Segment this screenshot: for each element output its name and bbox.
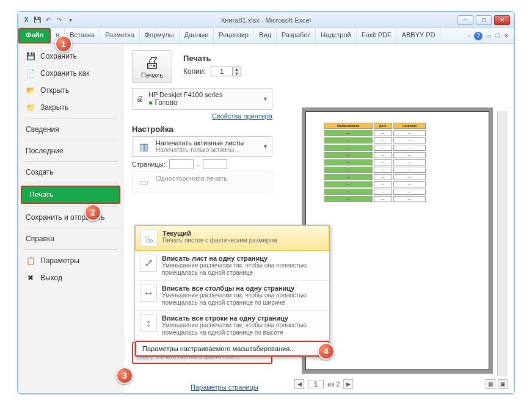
page-of-label: из 2: [327, 380, 340, 388]
nav-open[interactable]: 📂Открыть: [18, 82, 123, 99]
callout-badge-1: 1: [55, 35, 72, 53]
print-button[interactable]: 🖨 Печать: [132, 50, 172, 83]
tab-file[interactable]: Файл: [18, 28, 51, 43]
tab-formulas[interactable]: Формулы: [140, 28, 180, 43]
next-page-button[interactable]: ▶: [343, 379, 353, 389]
spin-down-icon[interactable]: ▼: [233, 71, 241, 76]
tab-abbyy[interactable]: ABBYY PD: [397, 28, 441, 43]
qat-more-icon[interactable]: ▾: [66, 16, 75, 24]
undo-icon[interactable]: ↶: [44, 16, 53, 24]
printer-name: HP Deskjet F4100 series: [148, 91, 222, 98]
doc-close-icon[interactable]: ✕: [504, 32, 509, 39]
nav-exit[interactable]: ✖Выход: [18, 269, 123, 286]
preview-page: НаименованиеДатаНазвание ——— ——— ——— ———…: [305, 111, 489, 370]
sides-selector[interactable]: ▭ Односторонняя печать: [132, 172, 272, 192]
fit-cols-icon: ↔: [140, 285, 157, 302]
printer-icon: 🖨: [141, 54, 163, 70]
margins-toggle-button[interactable]: ▦: [486, 379, 495, 389]
copies-spinner[interactable]: ▲▼: [211, 67, 241, 76]
sheets-icon: ▥: [136, 139, 151, 154]
printer-selector[interactable]: 🖨 HP Deskjet F4100 series ● Готово ▼: [132, 88, 272, 110]
nav-options[interactable]: 📋Параметры: [18, 252, 123, 269]
redo-icon[interactable]: ↷: [55, 16, 64, 24]
doc-restore-icon[interactable]: ❐: [495, 33, 500, 39]
scale-option-fit-sheet[interactable]: ⤢ Вписать лист на одну страницуУменьшени…: [135, 251, 329, 281]
ribbon-minimize-icon[interactable]: ◦: [468, 32, 470, 40]
printer-status: ● Готово: [148, 98, 222, 107]
tab-addins[interactable]: Надстрой: [316, 28, 356, 43]
prev-page-button[interactable]: ◀: [294, 379, 304, 389]
backstage-nav: 💾Сохранить 📄Сохранить как 📂Открыть 📁Закр…: [18, 44, 123, 393]
close-button[interactable]: ✕: [494, 15, 510, 25]
app-window: X 💾 ↶ ↷ ▾ Книга81.xlsx - Microsoft Excel…: [17, 11, 515, 394]
options-icon: 📋: [26, 256, 35, 266]
scale-option-actual[interactable]: ▭100 ТекущийПечать листов с фактическим …: [135, 225, 329, 251]
nav-save[interactable]: 💾Сохранить: [18, 48, 123, 65]
copies-input[interactable]: [211, 67, 232, 76]
preview-table: НаименованиеДатаНазвание ——— ——— ——— ———…: [323, 122, 427, 203]
print-panel: 🖨 Печать Печать Копии: ▲▼ 🖨: [123, 44, 514, 393]
zoom-toggle-button[interactable]: ▣: [498, 379, 508, 389]
custom-scaling-link[interactable]: Параметры настраиваемого масштабирования…: [135, 341, 329, 357]
window-title: Книга81.xlsx - Microsoft Excel: [75, 16, 457, 24]
scale-actual-icon: ▭100: [140, 230, 158, 247]
open-icon: 📂: [26, 85, 35, 95]
callout-badge-3: 3: [116, 367, 133, 384]
excel-icon: X: [22, 16, 31, 24]
save-icon[interactable]: 💾: [33, 16, 42, 24]
page-setup-link[interactable]: Параметры страницы: [191, 383, 258, 391]
ribbon-tabs: Файл я Вставка Разметка Формулы Данные Р…: [18, 28, 514, 44]
copies-label: Копии:: [183, 67, 206, 76]
saveas-icon: 📄: [26, 68, 35, 78]
print-what-selector[interactable]: ▥ Напечатать активные листыНапечатать то…: [132, 136, 272, 157]
scale-option-fit-rows[interactable]: ↕ Вписать все строки на одну страницуУме…: [135, 311, 329, 341]
page-to-input[interactable]: [203, 159, 227, 169]
chevron-down-icon: ▼: [263, 143, 268, 150]
spin-up-icon[interactable]: ▲: [233, 67, 241, 71]
nav-print[interactable]: Печать: [21, 186, 120, 204]
chevron-down-icon: ▼: [263, 96, 268, 102]
exit-icon: ✖: [26, 273, 35, 283]
close-file-icon: 📁: [26, 103, 35, 112]
tab-review[interactable]: Рецензир: [214, 28, 254, 43]
quick-access-toolbar: X 💾 ↶ ↷ ▾: [22, 16, 75, 24]
page-number-input[interactable]: [308, 380, 324, 388]
minimize-button[interactable]: ─: [457, 15, 473, 25]
preview-footer: ◀ из 2 ▶ ▦ ▣: [294, 377, 508, 391]
save-icon: 💾: [26, 51, 35, 61]
fit-sheet-icon: ⤢: [140, 255, 157, 272]
page-icon: ▭: [136, 175, 151, 189]
scaling-dropdown: ▭100 ТекущийПечать листов с фактическим …: [134, 225, 330, 357]
preview-scrollbar[interactable]: [497, 111, 508, 376]
help-icon[interactable]: ?: [474, 32, 483, 40]
callout-badge-4: 4: [318, 343, 335, 360]
tab-view[interactable]: Вид: [254, 28, 277, 43]
maximize-button[interactable]: □: [476, 15, 492, 25]
printer-device-icon: 🖨: [136, 95, 144, 103]
tab-developer[interactable]: Разработ: [277, 28, 316, 43]
nav-new[interactable]: Создать: [18, 164, 123, 180]
nav-share[interactable]: Сохранить и отправить: [18, 209, 123, 225]
tab-foxit[interactable]: Foxit PDF: [357, 28, 397, 43]
nav-info[interactable]: Сведения: [18, 122, 123, 137]
tab-data[interactable]: Данные: [180, 28, 214, 43]
tab-layout[interactable]: Разметка: [100, 28, 140, 43]
nav-close[interactable]: 📁Закрыть: [18, 99, 123, 116]
callout-badge-2: 2: [84, 204, 101, 221]
printer-properties-link[interactable]: Свойства принтера: [132, 112, 272, 120]
fit-rows-icon: ↕: [140, 314, 157, 332]
page-from-input[interactable]: [169, 159, 194, 169]
nav-save-as[interactable]: 📄Сохранить как: [18, 65, 123, 82]
title-bar: X 💾 ↶ ↷ ▾ Книга81.xlsx - Microsoft Excel…: [18, 12, 514, 28]
nav-help[interactable]: Справка: [18, 231, 123, 247]
print-heading: Печать: [183, 54, 241, 63]
doc-min-icon[interactable]: ▭: [486, 33, 492, 39]
scale-option-fit-columns[interactable]: ↔ Вписать все столбцы на одну страницуУм…: [135, 281, 329, 311]
pages-range: Страницы: -: [132, 159, 272, 169]
nav-recent[interactable]: Последние: [18, 143, 123, 159]
